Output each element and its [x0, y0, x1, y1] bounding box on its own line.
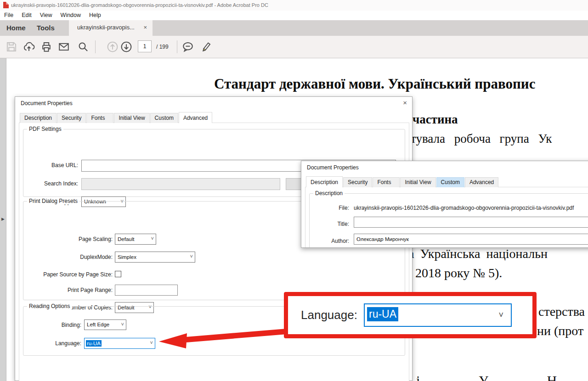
- pdf-text-fragment: 2018 року № 5).: [415, 266, 502, 280]
- chevron-down-icon: ˅: [150, 337, 153, 347]
- pdf-text-fragment: частина: [413, 112, 458, 127]
- print-range-input[interactable]: [115, 285, 178, 296]
- author-input[interactable]: Олександр Мирончук: [354, 234, 588, 245]
- tab-document[interactable]: ukrayinskii-pravopis... ×: [69, 20, 153, 36]
- menu-window[interactable]: Window: [57, 12, 85, 18]
- group-legend: Print Dialog Presets: [27, 198, 79, 204]
- language-selected-value: ru-UA: [86, 340, 102, 347]
- chevron-down-icon: ˅: [190, 251, 193, 261]
- pdf-text-fragment: ни (прот: [537, 324, 583, 338]
- next-page-icon[interactable]: [120, 41, 132, 53]
- email-icon[interactable]: [58, 41, 70, 53]
- tab-description[interactable]: Description: [306, 176, 343, 187]
- toolbar-separator: [177, 40, 177, 53]
- toolbar-separator: [95, 40, 96, 53]
- print-range-label: Print Page Range:: [19, 287, 113, 293]
- title-label: Title:: [305, 221, 349, 227]
- language-label: Language:: [19, 340, 81, 347]
- page-scaling-value: Default: [118, 236, 134, 242]
- share-upload-icon[interactable]: [23, 41, 35, 53]
- binding-label: Binding:: [19, 322, 81, 328]
- chevron-down-icon: ˅: [151, 233, 154, 243]
- pdf-text-fragment: а Українська національн: [408, 247, 548, 261]
- comment-icon[interactable]: [182, 41, 194, 53]
- menu-bar: FileEditViewWindowHelp: [0, 11, 588, 20]
- search-index-input: [81, 178, 280, 190]
- binding-dropdown[interactable]: Left Edge˅: [84, 319, 126, 330]
- duplex-label: DuplexMode:: [19, 254, 113, 260]
- title-bar: ukrayinskii-pravopis-16012026-dlia-groma…: [0, 0, 588, 11]
- tab-initial-view[interactable]: Initial View: [400, 177, 435, 187]
- menu-file[interactable]: File: [0, 12, 17, 18]
- tab-description[interactable]: Description: [20, 113, 57, 123]
- menu-help[interactable]: Help: [85, 12, 105, 18]
- document-properties-dialog-description: Document Properties Description Security…: [301, 161, 588, 248]
- page-scaling-dropdown[interactable]: Default˅: [115, 234, 156, 245]
- group-legend: PDF Settings: [27, 126, 63, 132]
- dialog-tabstrip: Description Security Fonts Initial View …: [20, 113, 213, 123]
- group-legend: Reading Options: [27, 303, 72, 309]
- language-highlight-callout: Language: ru-UA ˅: [284, 292, 537, 338]
- duplex-value: Simplex: [118, 254, 136, 260]
- dialog-tabstrip: Description Security Fonts Initial View …: [306, 177, 499, 187]
- language-combobox[interactable]: ru-UA˅: [84, 338, 155, 349]
- acrobat-pdf-icon: [3, 2, 9, 8]
- chevron-down-icon: ˅: [498, 310, 503, 320]
- author-label: Author:: [305, 238, 349, 244]
- binding-value: Left Edge: [87, 322, 109, 327]
- print-icon[interactable]: [40, 41, 52, 53]
- file-value: ukrayinskii-pravopis-16012026-dlia-groma…: [354, 205, 574, 211]
- search-icon[interactable]: [77, 41, 89, 53]
- paper-source-label: Paper Source by Page Size:: [19, 271, 113, 278]
- document-tab-label: ukrayinskii-pravopis...: [77, 24, 135, 31]
- page-scaling-label: Page Scaling:: [19, 236, 113, 242]
- quick-toolbar: 1 / 199: [0, 36, 588, 58]
- menu-edit[interactable]: Edit: [17, 12, 36, 18]
- dialog-panel: Description File: ukrayinskii-pravopis-1…: [305, 187, 588, 248]
- tab-home[interactable]: Home: [6, 20, 26, 36]
- callout-language-value: ru-UA: [367, 307, 398, 321]
- file-label: File:: [305, 205, 349, 211]
- window-title: ukrayinskii-pravopis-16012026-dlia-groma…: [11, 2, 268, 8]
- dialog-title: Document Properties: [21, 100, 73, 106]
- menu-view[interactable]: View: [36, 12, 57, 18]
- tab-initial-view[interactable]: Initial View: [114, 113, 149, 123]
- search-index-label: Search Index:: [19, 180, 78, 187]
- tab-security[interactable]: Security: [343, 177, 372, 187]
- page-number-input[interactable]: 1: [138, 40, 152, 52]
- pdf-text-fragment: і У Н: [416, 373, 557, 381]
- title-input[interactable]: [354, 217, 588, 228]
- tab-fonts[interactable]: Fonts: [86, 113, 113, 123]
- page-count-label: / 199: [156, 44, 169, 50]
- previous-page-icon[interactable]: [107, 41, 119, 53]
- chevron-down-icon: ˅: [121, 319, 124, 329]
- tab-security[interactable]: Security: [57, 113, 86, 123]
- base-url-label: Base URL:: [19, 162, 78, 168]
- document-area: ▶ Стандарт державної мови. Український п…: [0, 58, 588, 381]
- tab-advanced[interactable]: Advanced: [179, 112, 212, 123]
- callout-language-combobox[interactable]: ru-UA ˅: [364, 303, 512, 327]
- paper-source-checkbox[interactable]: [115, 271, 121, 277]
- pdf-text-fragment: стерства: [538, 304, 585, 319]
- highlighter-icon[interactable]: [200, 41, 212, 53]
- sidebar-expand-icon[interactable]: ▶: [1, 217, 5, 221]
- callout-language-label: Language:: [301, 308, 357, 322]
- tab-custom[interactable]: Custom: [436, 177, 464, 187]
- dialog-title: Document Properties: [307, 164, 359, 171]
- app-tab-bar: Home Tools ukrayinskii-pravopis... ×: [0, 20, 588, 36]
- tab-advanced[interactable]: Advanced: [465, 177, 498, 187]
- tab-fonts[interactable]: Fonts: [373, 177, 400, 187]
- group-legend: Description: [313, 190, 345, 196]
- pdf-text-fragment: тувала робоча група Ук: [411, 132, 552, 146]
- close-tab-icon[interactable]: ×: [143, 24, 147, 31]
- tab-tools[interactable]: Tools: [37, 20, 55, 36]
- pdf-heading: Стандарт державної мови. Український пра…: [214, 76, 535, 92]
- duplex-dropdown[interactable]: Simplex˅: [115, 252, 195, 263]
- save-icon[interactable]: [6, 41, 17, 53]
- close-dialog-icon[interactable]: ×: [403, 99, 407, 106]
- tab-custom[interactable]: Custom: [150, 113, 178, 123]
- acrobat-window: ukrayinskii-pravopis-16012026-dlia-groma…: [0, 0, 588, 381]
